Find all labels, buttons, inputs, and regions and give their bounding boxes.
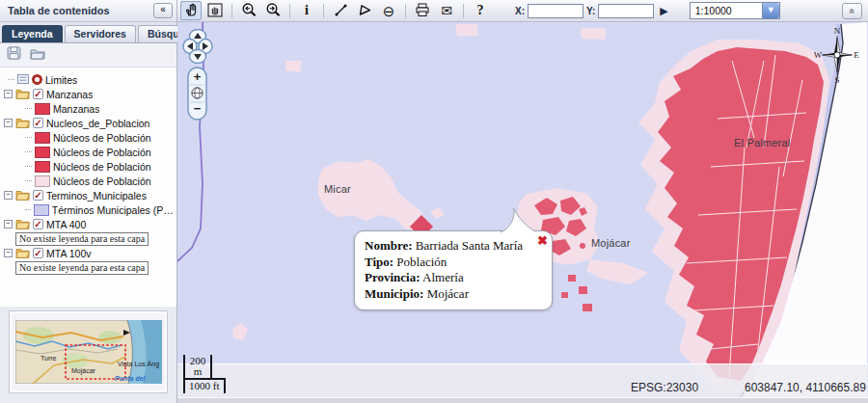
folder-icon	[15, 247, 30, 260]
coordinate-inputs: X:Y:▶	[515, 4, 671, 18]
overview-label: Vista Los Áng	[118, 360, 159, 368]
envelope-icon: ✉	[441, 4, 452, 17]
tree-expand-toggle[interactable]: −	[4, 220, 13, 228]
popup-field-tipo: Tipo: Población	[365, 255, 542, 271]
tree-item-manzanas[interactable]: −✓Manzanas	[4, 87, 175, 101]
sidebar-title: Tabla de contenidos	[8, 5, 110, 16]
no-legend-note: No existe leyenda para esta capa	[15, 261, 149, 275]
tree-item-nucleos-de-poblacion[interactable]: −✓Nucleos_de_Poblacion	[4, 116, 175, 130]
chevron-down-icon: ▼	[762, 3, 779, 18]
svg-text:+: +	[194, 69, 202, 84]
print-tool[interactable]	[412, 1, 433, 20]
layer-checkbox[interactable]: ✓	[33, 118, 43, 128]
printer-icon	[415, 3, 430, 19]
tree-connector	[25, 108, 32, 109]
toolbar-separator	[405, 4, 406, 18]
sidebar-header: Tabla de contenidos «	[0, 0, 176, 22]
legend-swatch	[35, 103, 50, 115]
tree-item-mta-100v[interactable]: −✓MTA 100v	[4, 246, 175, 260]
sidebar-toolbar	[0, 43, 176, 67]
overview-label: Turre	[41, 355, 57, 362]
pan-frame-tool[interactable]	[204, 1, 226, 20]
legend-note-row: No existe leyenda para esta capa	[4, 231, 175, 246]
tree-expand-toggle[interactable]: −	[4, 191, 13, 200]
tab-servidores[interactable]: Servidores	[65, 25, 136, 42]
legend-swatch	[35, 161, 50, 173]
status-bar-edge	[177, 397, 868, 403]
popup-tail	[500, 207, 536, 233]
folder-icon	[15, 218, 30, 231]
tree-item-terminos-municipales[interactable]: −✓Terminos_Municipales	[4, 188, 175, 202]
pan-tool[interactable]	[180, 1, 202, 20]
magnifier-left-icon	[241, 2, 258, 19]
y-input[interactable]	[598, 4, 654, 18]
open-folder-icon[interactable]	[30, 46, 46, 64]
scale-bar-imperial: 1000 ft	[183, 378, 226, 393]
hand-icon	[184, 3, 199, 19]
popup-fields: Nombre: Barriada Santa MaríaTipo: Poblac…	[365, 238, 542, 302]
clear-selection-tool[interactable]: ⊖	[378, 1, 399, 20]
no-legend-note: No existe leyenda para esta capa	[15, 232, 149, 246]
tree-item-limites[interactable]: Limites	[4, 72, 175, 87]
tab-leyenda[interactable]: Leyenda	[2, 25, 63, 42]
feature-info-popup: Nombre: Barriada Santa MaríaTipo: Poblac…	[354, 230, 553, 310]
tree-item-mta-400[interactable]: −✓MTA 400	[4, 217, 175, 231]
zoom-previous-tool[interactable]	[238, 1, 259, 20]
overview-label: Mojácar	[71, 367, 96, 375]
info-tool[interactable]: i	[296, 1, 317, 20]
save-icon[interactable]	[7, 46, 21, 64]
legend-entry: Núcleos de Población	[4, 145, 175, 159]
layer-checkbox[interactable]: ✓	[33, 190, 43, 201]
help-tool[interactable]: ?	[470, 1, 491, 20]
legend-entry: Núcleos de Población	[4, 159, 175, 174]
zoom-out-button[interactable]: −	[194, 101, 202, 116]
overview-map[interactable]: TurreMojácarVista Los ÁngPunta del	[15, 320, 162, 384]
tree-expand-toggle[interactable]: −	[4, 249, 13, 257]
legend-swatch	[34, 204, 49, 216]
sidebar-tabs: LeyendaServidoresBúsquedas	[0, 22, 176, 43]
go-to-coordinates-button[interactable]: ▶	[660, 5, 667, 17]
map-toolbar: i⊖✉?X:Y:▶1:10000▼«	[177, 0, 868, 22]
polygon-icon	[358, 3, 372, 19]
popup-close-icon[interactable]: ✖	[537, 235, 548, 247]
scale-value: 1:10000	[691, 5, 732, 16]
toolbar-separator	[323, 4, 324, 18]
pan-down-button[interactable]	[190, 50, 206, 64]
zoom-control: + −	[187, 67, 207, 124]
folder-icon	[15, 88, 30, 101]
tree-expand-toggle[interactable]: −	[4, 90, 13, 98]
popup-field-provincia: Provincia: Almería	[365, 270, 542, 286]
legend-swatch	[35, 132, 50, 144]
scale-select[interactable]: 1:10000▼	[690, 2, 780, 19]
zoom-in-button[interactable]: +	[194, 69, 202, 84]
limits-ring-icon	[32, 74, 42, 85]
layer-checkbox[interactable]: ✓	[33, 219, 43, 229]
toolbar-separator	[463, 4, 464, 18]
mail-tool[interactable]: ✉	[436, 1, 457, 20]
zoom-next-tool[interactable]	[262, 1, 284, 20]
toolbar-separator	[231, 4, 232, 18]
gis-viewer-window: Tabla de contenidos « LeyendaServidoresB…	[0, 0, 868, 403]
measure-distance-tool[interactable]	[330, 1, 351, 20]
tree-connector	[8, 79, 14, 80]
x-input[interactable]	[528, 4, 583, 18]
toolbar-collapse-button[interactable]: «	[842, 3, 862, 19]
status-epsg: EPSG:23030	[631, 381, 698, 394]
tree-connector	[25, 151, 32, 152]
status-coordinates: 603847.10, 4110665.89	[745, 381, 866, 394]
layer-checkbox[interactable]: ✓	[33, 89, 43, 99]
overview-label: Punta del	[115, 375, 147, 382]
micar-area	[318, 159, 426, 232]
tree-expand-toggle[interactable]: −	[4, 119, 13, 127]
legend-entry: Manzanas	[4, 101, 175, 116]
scale-bar-metric: 200 m	[183, 355, 212, 378]
toolbar-separator	[289, 4, 290, 18]
layer-checkbox[interactable]: ✓	[33, 248, 43, 258]
line-icon	[334, 3, 348, 19]
tree-connector	[25, 166, 32, 167]
measure-area-tool[interactable]	[354, 1, 375, 20]
map-canvas[interactable]: MicarMojácarEl Palmeral +	[177, 22, 868, 403]
overview-map-panel: TurreMojácarVista Los ÁngPunta del	[9, 310, 168, 393]
zoom-world-button[interactable]	[192, 88, 203, 98]
sidebar-collapse-button[interactable]: «	[153, 3, 173, 18]
